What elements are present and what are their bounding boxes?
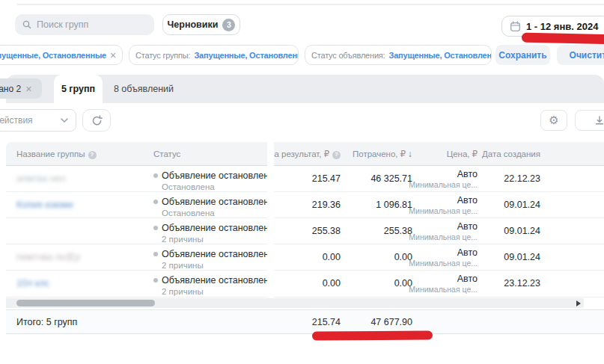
price-strategy: Минимальная це...	[409, 232, 478, 241]
status-subtext: 2 причины	[162, 261, 267, 270]
group-name-redacted: апмтва нел	[16, 166, 66, 192]
divider	[17, 4, 604, 5]
search-input[interactable]	[15, 14, 154, 35]
status-bullet-icon	[153, 278, 158, 283]
frozen-column-divider	[267, 142, 274, 297]
table-row[interactable]: Объявление остановлено2 причины	[6, 218, 267, 244]
actions-dropdown[interactable]: Действия	[0, 109, 76, 132]
created-date: 09.01.24	[504, 244, 540, 271]
gear-icon: ⚙	[549, 114, 558, 127]
group-name-link[interactable]: 10л клс	[16, 271, 49, 297]
sort-desc-icon[interactable]: ↓	[408, 149, 412, 158]
table-row-values: 255.38 255.38 АвтоМинимальная це... 09.0…	[274, 218, 604, 244]
table-row[interactable]: апмтва нел Объявление остановленоОстанов…	[6, 166, 267, 192]
column-header-name[interactable]: Название группы?	[16, 142, 97, 166]
group-name-link[interactable]: Копия изюми	[16, 192, 73, 218]
filter-value: Запущенные, Остановленные	[388, 51, 492, 60]
status-bullet-icon	[153, 226, 158, 230]
search-field[interactable]	[37, 19, 134, 30]
search-icon	[22, 20, 31, 29]
filter-chip-campaign-status[interactable]: Запущенные, Остановленные ×	[0, 45, 123, 65]
created-date: 09.01.24	[504, 192, 540, 218]
column-header-status[interactable]: Статус	[153, 142, 180, 166]
calendar-icon	[510, 21, 521, 32]
table-row-values: 0.00 0.00 АвтоМинимальная це... 09.01.24	[274, 244, 604, 271]
status-text: Объявление остановлено	[153, 249, 267, 259]
status-bullet-icon	[153, 200, 158, 204]
totals-row: Итого: 5 групп 215.74 47 677.90	[6, 309, 604, 334]
selected-count-label: Выбрано 2	[0, 84, 21, 94]
export-button[interactable]	[575, 110, 604, 131]
price-mode: Авто	[409, 169, 478, 180]
refresh-icon	[91, 115, 103, 126]
status-text: Объявление остановлено	[153, 275, 267, 286]
app-screen: Черновики 3 1 - 12 янв. 2024 Запущенные,…	[0, 0, 604, 364]
filter-label: Статус объявления:	[311, 51, 385, 60]
download-icon	[594, 115, 604, 126]
horizontal-scrollbar[interactable]	[6, 298, 584, 308]
table-row-values: 219.36 1 096.81 АвтоМинимальная це... 09…	[274, 192, 604, 218]
red-marker-annotation-date	[522, 33, 604, 45]
help-icon[interactable]: ?	[332, 151, 341, 159]
cost-per-result-value: 0.00	[323, 271, 341, 297]
price-mode: Авто	[409, 195, 478, 206]
table-row-values: 215.47 46 325.71 АвтоМинимальная це... 2…	[274, 166, 604, 192]
price-strategy: Минимальная це...	[409, 285, 478, 294]
cost-per-result-value: 0.00	[323, 244, 341, 271]
cost-per-result-value: 215.47	[312, 166, 341, 192]
status-text: Объявление остановлено	[153, 197, 267, 207]
status-subtext: 2 причины	[162, 235, 267, 244]
settings-button[interactable]: ⚙	[540, 110, 567, 131]
price-strategy: Минимальная це...	[409, 206, 478, 215]
status-text: Объявление остановлено	[153, 170, 267, 181]
filter-chip-group-status[interactable]: Статус группы: Запущенные, Остановленные…	[129, 45, 299, 65]
filter-value: Запущенные, Остановленные	[0, 51, 106, 60]
drafts-count-badge: 3	[222, 19, 235, 31]
clear-filters-button[interactable]: Очистить	[557, 45, 604, 65]
column-header-created[interactable]: Дата создания	[482, 142, 540, 166]
group-name-redacted: пемтчва лн並р	[16, 244, 80, 271]
price-strategy: Минимальная це...	[409, 180, 478, 189]
status-subtext: 2 причины	[162, 287, 267, 296]
status-subtext: Остановлена	[162, 182, 267, 191]
help-icon[interactable]: ?	[88, 151, 97, 159]
save-filters-button[interactable]: Сохранить	[495, 45, 550, 65]
spent-value: 46 325.71	[370, 166, 412, 192]
table-row-values: 0.00 0.00 АвтоМинимальная це... 23.12.23	[274, 271, 604, 297]
price-mode: Авто	[409, 274, 478, 285]
column-header-spent[interactable]: Потрачено, ₽ ↓	[353, 142, 412, 166]
table-row[interactable]: 10л клс Объявление остановлено2 причины	[6, 271, 267, 297]
column-header-price[interactable]: Цена, ₽	[447, 142, 478, 166]
tab-ads[interactable]: 8 объявлений	[103, 75, 185, 103]
table-row[interactable]: пемтчва лн並р Объявление остановлено2 при…	[6, 244, 267, 271]
cost-per-result-value: 219.36	[312, 192, 341, 218]
scroll-right-icon[interactable]	[576, 300, 581, 306]
tab-groups[interactable]: 5 групп	[54, 75, 103, 103]
created-date: 23.12.23	[504, 271, 540, 297]
price-mode: Авто	[409, 221, 478, 232]
filter-chip-ad-status[interactable]: Статус объявления: Запущенные, Остановле…	[305, 45, 492, 65]
remove-filter-icon[interactable]: ×	[110, 50, 116, 61]
created-date: 09.01.24	[504, 218, 540, 244]
price-strategy: Минимальная це...	[409, 259, 478, 268]
drafts-button[interactable]: Черновики 3	[162, 14, 240, 35]
refresh-button[interactable]	[82, 109, 111, 132]
column-header-cost-per-result[interactable]: Цена за результат, ₽?	[274, 142, 341, 166]
status-bullet-icon	[153, 252, 158, 256]
clear-selection-icon[interactable]: ×	[25, 84, 31, 94]
cost-per-result-value: 255.38	[312, 218, 341, 244]
filter-label: Статус группы:	[135, 51, 190, 60]
status-bullet-icon	[153, 173, 158, 178]
table-scroll-area: Цена за результат, ₽? Потрачено, ₽ ↓ Цен…	[274, 142, 604, 297]
price-mode: Авто	[409, 247, 478, 259]
drafts-label: Черновики	[168, 19, 219, 30]
selected-items-chip[interactable]: Выбрано 2 ×	[0, 78, 42, 99]
red-marker-annotation-totals	[312, 331, 433, 341]
filter-value: Запущенные, Остановленные	[194, 51, 299, 60]
table-row[interactable]: Копия изюми Объявление остановленоОстано…	[6, 192, 267, 218]
totals-cost-per-result: 215.74	[312, 310, 341, 334]
scrollbar-thumb[interactable]	[16, 300, 155, 306]
status-subtext: Остановлена	[162, 209, 267, 218]
actions-label: Действия	[0, 115, 33, 126]
date-range-label: 1 - 12 янв. 2024	[526, 21, 598, 32]
